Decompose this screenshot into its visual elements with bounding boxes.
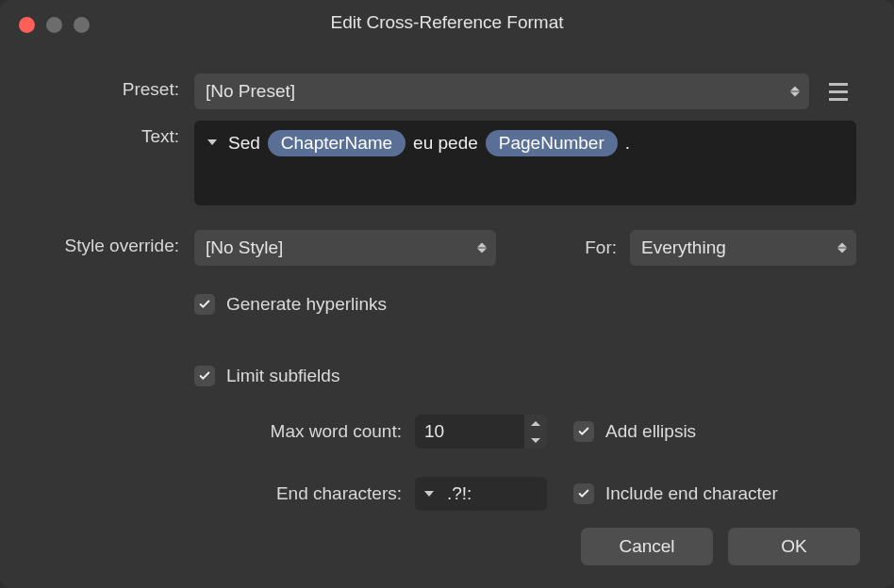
insert-field-dropdown-icon[interactable] [207, 139, 217, 145]
select-caret-icon [837, 243, 847, 253]
check-icon [198, 298, 211, 311]
max-word-count-row: Max word count: 10 Add ellipsis [194, 415, 856, 449]
text-label: Text: [38, 121, 179, 147]
max-word-count-label: Max word count: [194, 421, 402, 442]
check-icon [577, 425, 590, 438]
preset-menu-button[interactable] [820, 74, 856, 109]
limit-subfields-checkbox[interactable] [194, 366, 215, 386]
cancel-button-label: Cancel [619, 536, 674, 557]
ok-button-label: OK [781, 536, 806, 557]
ok-button[interactable]: OK [728, 528, 860, 565]
dialog-content: Preset: [No Preset] Text: Sed ChapterNam [0, 45, 894, 511]
select-caret-icon [477, 243, 487, 253]
title-bar: Edit Cross-Reference Format [0, 0, 894, 45]
end-characters-input[interactable]: .?!: [415, 477, 547, 511]
include-end-char-group: Include end character [573, 483, 778, 504]
style-override-label: Style override: [38, 230, 179, 256]
field-token-chaptername[interactable]: ChapterName [268, 130, 406, 156]
end-characters-label: End characters: [194, 483, 402, 504]
include-end-character-checkbox[interactable] [573, 483, 594, 504]
generate-hyperlinks-checkbox[interactable] [194, 294, 215, 315]
cancel-button[interactable]: Cancel [581, 528, 713, 565]
text-row: Text: Sed ChapterName eu pede PageNumber… [38, 121, 856, 205]
style-override-select[interactable]: [No Style] [194, 230, 496, 266]
minimize-window-button[interactable] [46, 17, 62, 33]
format-text-input[interactable]: Sed ChapterName eu pede PageNumber . [194, 121, 856, 205]
traffic-lights [19, 17, 90, 33]
stepper-down-button[interactable] [524, 432, 547, 449]
text-segment: . [625, 130, 630, 156]
generate-hyperlinks-label: Generate hyperlinks [226, 294, 387, 315]
maximize-window-button[interactable] [74, 17, 90, 33]
select-caret-icon [790, 87, 800, 97]
end-characters-dropdown-icon[interactable] [424, 491, 434, 497]
check-icon [577, 487, 590, 500]
max-word-count-value: 10 [424, 421, 444, 442]
preset-select-value: [No Preset] [206, 81, 295, 102]
limit-subfields-label: Limit subfields [226, 366, 339, 386]
window-title: Edit Cross-Reference Format [0, 12, 894, 33]
check-icon [198, 369, 211, 383]
preset-row: Preset: [No Preset] [38, 74, 856, 109]
max-word-count-input[interactable]: 10 [415, 415, 547, 449]
close-window-button[interactable] [19, 17, 35, 33]
dialog-window: Edit Cross-Reference Format Preset: [No … [0, 0, 894, 588]
text-segment: eu pede [413, 130, 478, 156]
end-characters-row: End characters: .?!: Include end charact… [194, 477, 856, 511]
add-ellipsis-group: Add ellipsis [573, 421, 696, 442]
add-ellipsis-checkbox[interactable] [573, 421, 594, 442]
end-characters-value: .?!: [447, 483, 472, 504]
for-label: For: [585, 237, 617, 258]
text-segment: Sed [228, 130, 260, 156]
dialog-footer: Cancel OK [581, 528, 860, 565]
stepper-up-button[interactable] [524, 415, 547, 432]
limit-subfields-row: Limit subfields [194, 366, 856, 386]
style-override-value: [No Style] [206, 237, 283, 258]
add-ellipsis-label: Add ellipsis [605, 421, 696, 442]
for-group: For: Everything [585, 230, 856, 266]
word-count-stepper [524, 415, 547, 449]
preset-label: Preset: [38, 74, 179, 100]
include-end-character-label: Include end character [605, 483, 778, 504]
preset-select[interactable]: [No Preset] [194, 74, 809, 109]
field-token-pagenumber[interactable]: PageNumber [486, 130, 618, 156]
style-override-row: Style override: [No Style] For: Everythi… [38, 230, 856, 266]
for-select-value: Everything [641, 237, 726, 258]
for-select[interactable]: Everything [630, 230, 856, 266]
generate-hyperlinks-row: Generate hyperlinks [194, 294, 856, 315]
